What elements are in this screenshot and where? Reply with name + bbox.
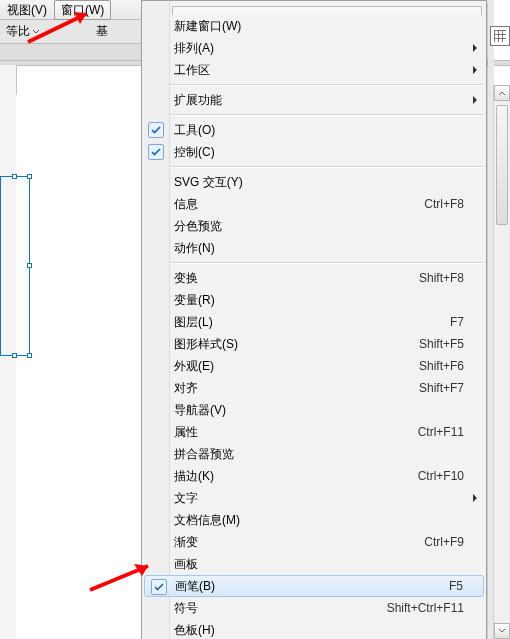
- menu-item-brushes[interactable]: 画笔(B)F5: [144, 575, 484, 597]
- chevron-down-icon: [32, 28, 40, 36]
- check-icon: [148, 122, 164, 138]
- menu-separator: [170, 114, 484, 116]
- selection-rectangle[interactable]: [0, 176, 30, 356]
- menu-item-layers[interactable]: 图层(L)F7: [142, 311, 486, 333]
- shortcut: Shift+Ctrl+F11: [387, 601, 464, 615]
- submenu-arrow-icon: [472, 494, 478, 502]
- menu-item-arrange[interactable]: 排列(A): [142, 37, 486, 59]
- menu-item-graphic-styles[interactable]: 图形样式(S)Shift+F5: [142, 333, 486, 355]
- menu-item-actions[interactable]: 动作(N): [142, 237, 486, 259]
- handle-top-mid[interactable]: [12, 174, 17, 179]
- menu-view[interactable]: 视图(V): [0, 0, 54, 20]
- scroll-thumb[interactable]: [496, 105, 508, 225]
- menu-item-document-info[interactable]: 文档信息(M): [142, 509, 486, 531]
- menu-item-separation-preview[interactable]: 分色预览: [142, 215, 486, 237]
- ratio-label: 等比: [6, 23, 30, 40]
- submenu-arrow-icon: [472, 66, 478, 74]
- shortcut: F7: [450, 315, 464, 329]
- menu-item-extensions[interactable]: 扩展功能: [142, 89, 486, 111]
- menu-item-flattener-preview[interactable]: 拼合器预览: [142, 443, 486, 465]
- shortcut: Ctrl+F11: [418, 425, 464, 439]
- handle-bottom-mid[interactable]: [12, 353, 17, 358]
- grid-icon: [494, 30, 506, 42]
- menu-item-new-window[interactable]: 新建窗口(W): [142, 15, 486, 37]
- vertical-scrollbar[interactable]: [493, 85, 510, 639]
- menu-item-tools[interactable]: 工具(O): [142, 119, 486, 141]
- scroll-down-button[interactable]: [494, 623, 510, 639]
- menu-item-workspace[interactable]: 工作区: [142, 59, 486, 81]
- chevron-up-icon: [498, 89, 506, 97]
- options-bar: 等比 基: [0, 20, 141, 44]
- menu-item-attributes[interactable]: 属性Ctrl+F11: [142, 421, 486, 443]
- menu-drag-handle[interactable]: [172, 6, 482, 15]
- window-menu: 新建窗口(W) 排列(A) 工作区 扩展功能 工具(O) 控制(C) SVG 交…: [141, 0, 487, 639]
- menu-window[interactable]: 窗口(W): [54, 0, 111, 20]
- shortcut: Shift+F6: [419, 359, 464, 373]
- chevron-down-icon: [498, 627, 506, 635]
- shortcut: Ctrl+F9: [424, 535, 464, 549]
- menu-item-gradient[interactable]: 渐变Ctrl+F9: [142, 531, 486, 553]
- menu-window-label: 窗口(W): [61, 3, 104, 17]
- menu-separator: [170, 262, 484, 264]
- menu-item-info[interactable]: 信息Ctrl+F8: [142, 193, 486, 215]
- menu-item-appearance[interactable]: 外观(E)Shift+F6: [142, 355, 486, 377]
- shortcut: Shift+F7: [419, 381, 464, 395]
- menu-separator: [170, 84, 484, 86]
- menu-item-svg[interactable]: SVG 交互(Y): [142, 171, 486, 193]
- handle-mid-right[interactable]: [27, 263, 32, 268]
- menu-item-symbols[interactable]: 符号Shift+Ctrl+F11: [142, 597, 486, 619]
- menu-item-stroke[interactable]: 描边(K)Ctrl+F10: [142, 465, 486, 487]
- submenu-arrow-icon: [472, 44, 478, 52]
- menu-item-swatches[interactable]: 色板(H): [142, 619, 486, 639]
- menu-item-navigator[interactable]: 导航器(V): [142, 399, 486, 421]
- canvas[interactable]: [16, 95, 141, 639]
- shortcut: Shift+F5: [419, 337, 464, 351]
- basic-label: 基: [96, 23, 108, 40]
- check-icon: [151, 579, 167, 595]
- shortcut: Shift+F8: [419, 271, 464, 285]
- menu-item-control[interactable]: 控制(C): [142, 141, 486, 163]
- menu-item-align[interactable]: 对齐Shift+F7: [142, 377, 486, 399]
- menu-view-label: 视图(V): [7, 3, 47, 17]
- submenu-arrow-icon: [472, 96, 478, 104]
- shortcut: F5: [449, 579, 463, 593]
- menu-bar: 视图(V) 窗口(W): [0, 0, 141, 20]
- check-icon: [148, 144, 164, 160]
- menu-separator: [170, 166, 484, 168]
- menu-item-transform[interactable]: 变换Shift+F8: [142, 267, 486, 289]
- shortcut: Ctrl+F10: [418, 469, 464, 483]
- panel-toggle-button[interactable]: [490, 26, 510, 46]
- scroll-up-button[interactable]: [494, 85, 510, 101]
- ratio-dropdown[interactable]: 等比: [6, 23, 40, 41]
- handle-bottom-right[interactable]: [27, 353, 32, 358]
- menu-item-variables[interactable]: 变量(R): [142, 289, 486, 311]
- shortcut: Ctrl+F8: [424, 197, 464, 211]
- menu-item-artboards[interactable]: 画板: [142, 553, 486, 575]
- menu-item-type[interactable]: 文字: [142, 487, 486, 509]
- handle-top-right[interactable]: [27, 174, 32, 179]
- tab-strip: [0, 44, 141, 61]
